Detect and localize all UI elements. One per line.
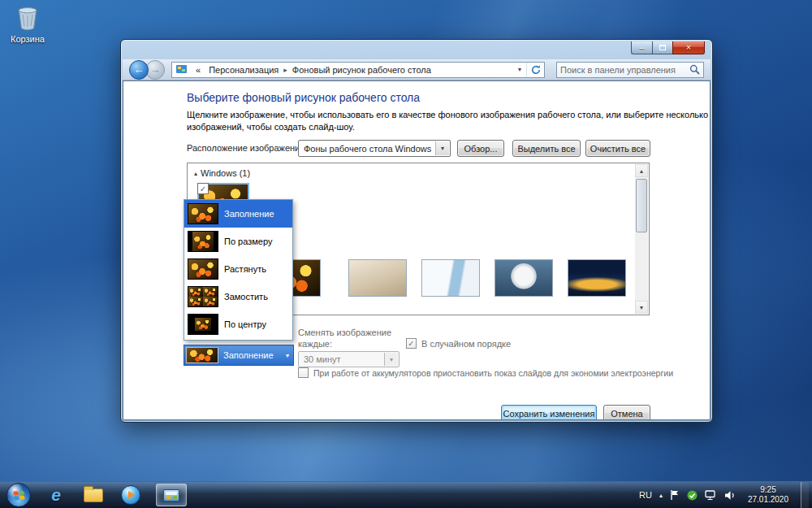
position-option-label: По размеру [224, 237, 272, 246]
wallpaper-thumbnail[interactable] [348, 259, 407, 297]
media-player-icon [121, 485, 140, 505]
search-box[interactable] [556, 62, 704, 78]
group-expander-icon[interactable]: ▴ [194, 170, 197, 177]
back-button[interactable]: ← [129, 60, 149, 80]
position-option-stretch[interactable]: Растянуть [184, 255, 292, 283]
show-desktop-button[interactable] [801, 482, 809, 508]
control-panel-window-icon [163, 489, 179, 501]
maximize-icon [659, 45, 666, 50]
save-changes-button[interactable]: Сохранить изменения [501, 405, 597, 420]
check-icon: ✓ [200, 185, 206, 193]
check-icon: ✓ [408, 339, 414, 348]
close-button[interactable]: × [672, 41, 705, 54]
trash-can-icon [15, 5, 40, 31]
battery-checkbox-row: При работе от аккумуляторов приостановит… [298, 367, 673, 378]
scroll-down-button[interactable]: ▼ [635, 301, 648, 314]
browse-button[interactable]: Обзор... [457, 140, 504, 157]
gallery-scrollbar[interactable]: ▲ ▼ [635, 164, 648, 314]
cancel-button[interactable]: Отмена [603, 405, 650, 420]
taskbar: e RU ▴ 9:25 27.0 [0, 481, 812, 508]
location-combobox-value: Фоны рабочего стола Windows [304, 144, 431, 154]
scroll-down-icon: ▼ [639, 305, 645, 310]
hidden-icons-chevron-icon[interactable]: ▴ [659, 492, 663, 499]
gallery-group-header[interactable]: ▴ Windows (1) [194, 168, 250, 178]
shuffle-checkbox-row: ✓ В случайном порядке [406, 338, 511, 349]
taskbar-control-panel-button[interactable] [156, 484, 187, 506]
recycle-bin-icon[interactable]: Корзина [2, 5, 54, 44]
breadcrumb-desktop-background[interactable]: Фоновый рисунок рабочего стола [288, 63, 435, 77]
battery-label: При работе от аккумуляторов приостановит… [313, 368, 673, 378]
browse-button-label: Обзор... [464, 144, 498, 154]
center-preview-icon [188, 314, 218, 335]
system-tray: RU ▴ 9:25 27.01.2020 [639, 482, 812, 508]
refresh-button[interactable] [526, 63, 544, 77]
windows-logo-icon [13, 490, 24, 500]
wallpaper-thumbnail[interactable] [568, 259, 626, 297]
action-center-flag-icon[interactable] [670, 489, 680, 501]
taskbar-internet-explorer-button[interactable]: e [44, 484, 68, 506]
address-dropdown-icon[interactable]: ▾ [513, 66, 526, 73]
start-button[interactable] [6, 483, 31, 507]
change-interval-label: Сменять изображение каждые: [298, 327, 420, 350]
volume-icon[interactable] [724, 490, 736, 501]
position-option-label: Замостить [224, 292, 268, 302]
minimize-button[interactable]: – [631, 41, 652, 54]
internet-explorer-icon: e [51, 485, 61, 505]
wallpaper-thumbnail[interactable] [495, 259, 553, 297]
language-indicator[interactable]: RU [639, 490, 652, 500]
breadcrumb-overflow-chevron[interactable]: « [192, 63, 205, 77]
battery-checkbox[interactable] [298, 367, 309, 378]
recycle-bin-label: Корзина [2, 34, 54, 44]
clear-all-button[interactable]: Очистить все [585, 140, 650, 157]
wallpaper-checkbox[interactable]: ✓ [197, 183, 209, 194]
location-label: Расположение изображения: [187, 143, 307, 153]
navigation-bar: ← → « Персонализация ▸ Фоновый рисунок р… [123, 59, 710, 80]
fill-preview-icon [188, 203, 218, 224]
position-option-center[interactable]: По центру [184, 310, 292, 338]
folder-icon [84, 488, 103, 502]
stretch-preview-icon [188, 258, 218, 280]
scrollbar-thumb[interactable] [636, 179, 647, 232]
position-option-tile[interactable]: Замостить [184, 283, 292, 310]
cancel-label: Отмена [611, 409, 642, 419]
address-bar[interactable]: « Персонализация ▸ Фоновый рисунок рабоч… [171, 62, 545, 78]
refresh-icon [530, 64, 542, 76]
minimize-icon: – [639, 43, 644, 52]
position-option-fit[interactable]: По размеру [184, 228, 292, 255]
location-dropdown-icon[interactable]: ▾ [435, 141, 449, 155]
network-icon[interactable] [705, 490, 717, 501]
position-value-preview-icon [186, 347, 218, 363]
clock-date: 27.01.2020 [748, 495, 788, 506]
position-combobox-value: Заполнение [223, 350, 274, 360]
position-option-label: Заполнение [224, 209, 274, 219]
save-changes-label: Сохранить изменения [503, 409, 595, 419]
taskbar-clock[interactable]: 9:25 27.01.2020 [743, 485, 793, 506]
wallpaper-thumbnail[interactable] [421, 259, 480, 297]
clock-time: 9:25 [748, 485, 788, 496]
search-input[interactable] [560, 65, 689, 75]
picture-position-dropdown-list: Заполнение По размеру Растянуть Замостит… [184, 199, 293, 341]
position-dropdown-icon[interactable]: ▾ [286, 352, 292, 359]
scroll-up-button[interactable]: ▲ [635, 164, 648, 177]
location-combobox[interactable]: Фоны рабочего стола Windows ▾ [298, 140, 451, 157]
select-all-button[interactable]: Выделить все [512, 140, 581, 157]
shuffle-checkbox[interactable]: ✓ [406, 338, 417, 349]
gallery-group-label: Windows (1) [201, 168, 250, 178]
interval-combobox[interactable]: 30 минут ▾ [298, 351, 400, 367]
picture-position-combobox[interactable]: Заполнение ▾ [184, 345, 294, 366]
taskbar-explorer-button[interactable] [81, 484, 106, 506]
back-arrow-icon: ← [134, 63, 145, 76]
address-page-icon [172, 63, 192, 77]
interval-dropdown-icon: ▾ [384, 353, 398, 366]
taskbar-media-player-button[interactable] [119, 484, 143, 506]
fit-preview-icon [188, 231, 218, 252]
maximize-button[interactable] [652, 41, 672, 54]
position-option-fill[interactable]: Заполнение [184, 200, 292, 228]
breadcrumb-personalization[interactable]: Персонализация [205, 63, 283, 77]
clear-all-label: Очистить все [590, 144, 646, 154]
forward-arrow-icon: → [150, 63, 161, 76]
select-all-label: Выделить все [517, 144, 575, 154]
position-option-label: Растянуть [224, 264, 266, 274]
desktop: Корзина – × ← → « Персонализация ▸ Фонов… [0, 0, 812, 508]
security-status-icon[interactable] [687, 490, 698, 501]
